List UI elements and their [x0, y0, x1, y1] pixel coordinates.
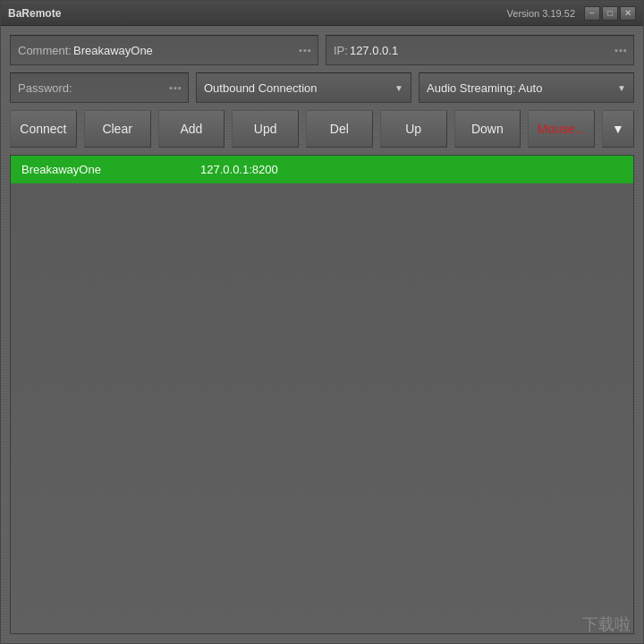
row-action-buttons: Connect Clear Add Upd Del Up Down Mouse.…: [10, 110, 634, 148]
mouse-dropdown-arrow-icon: ▼: [612, 122, 624, 136]
list-item-name: BreakawayOne: [21, 163, 200, 176]
del-button[interactable]: Del: [306, 110, 373, 148]
app-title: BaRemote: [8, 7, 61, 20]
minimize-button[interactable]: −: [584, 6, 600, 21]
audio-streaming-arrow-icon: ▼: [617, 83, 626, 93]
comment-field[interactable]: Comment: BreakawayOne ▪▪▪: [10, 35, 318, 65]
down-button[interactable]: Down: [454, 110, 521, 148]
title-bar: BaRemote Version 3.19.52 − □ ✕: [1, 1, 643, 26]
password-field[interactable]: Password: ▪▪▪: [10, 72, 189, 103]
connect-button[interactable]: Connect: [10, 110, 77, 148]
content-area: Comment: BreakawayOne ▪▪▪ IP: 127.0.0.1 …: [1, 26, 643, 643]
audio-streaming-dropdown[interactable]: Audio Streaming: Auto ▼: [419, 72, 634, 103]
title-bar-controls: Version 3.19.52 − □ ✕: [507, 6, 636, 21]
mouse-button[interactable]: Mouse...: [528, 110, 595, 148]
password-dots-icon: ▪▪▪: [169, 82, 182, 93]
up-button[interactable]: Up: [380, 110, 447, 148]
list-item-address: 127.0.0.1:8200: [200, 163, 623, 176]
row-comment-ip: Comment: BreakawayOne ▪▪▪ IP: 127.0.0.1 …: [10, 35, 634, 65]
restore-button[interactable]: □: [602, 6, 618, 21]
mouse-dropdown-button[interactable]: ▼: [602, 110, 634, 148]
connection-list[interactable]: BreakawayOne 127.0.0.1:8200: [10, 155, 634, 634]
comment-dots-icon: ▪▪▪: [299, 45, 312, 55]
ip-label: IP:: [334, 44, 348, 57]
close-button[interactable]: ✕: [620, 6, 636, 21]
ip-value: 127.0.0.1: [350, 44, 398, 57]
ip-field[interactable]: IP: 127.0.0.1 ▪▪▪: [326, 35, 634, 65]
list-item[interactable]: BreakawayOne 127.0.0.1:8200: [11, 156, 633, 183]
version-label: Version 3.19.52: [507, 8, 575, 19]
ip-dots-icon: ▪▪▪: [614, 45, 628, 55]
comment-label: Comment:: [18, 44, 72, 57]
connection-type-arrow-icon: ▼: [394, 83, 403, 93]
comment-value: BreakawayOne: [73, 44, 153, 57]
connection-type-label: Outbound Connection: [204, 81, 317, 95]
upd-button[interactable]: Upd: [232, 110, 299, 148]
add-button[interactable]: Add: [158, 110, 225, 148]
connection-type-dropdown[interactable]: Outbound Connection ▼: [196, 72, 411, 103]
main-window: BaRemote Version 3.19.52 − □ ✕ Comment: …: [0, 0, 644, 644]
clear-button[interactable]: Clear: [84, 110, 151, 148]
password-label: Password:: [18, 81, 72, 95]
audio-streaming-label: Audio Streaming: Auto: [427, 81, 542, 95]
row-password-connection: Password: ▪▪▪ Outbound Connection ▼ Audi…: [10, 72, 634, 103]
